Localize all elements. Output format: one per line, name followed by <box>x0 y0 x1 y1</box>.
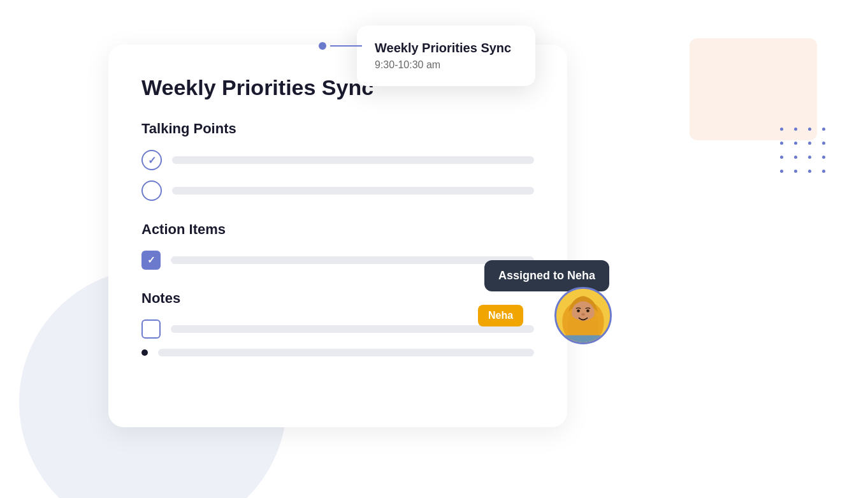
background-peach <box>690 38 817 140</box>
checkbox-empty-square[interactable] <box>141 319 161 339</box>
notes-heading: Notes <box>141 290 534 307</box>
assigned-tooltip: Assigned to Neha <box>484 260 609 291</box>
dot <box>822 156 825 159</box>
indicator-line <box>330 45 362 47</box>
svg-point-6 <box>586 309 590 312</box>
dot <box>794 142 797 145</box>
dot <box>794 156 797 159</box>
calendar-popup-time: 9:30-10:30 am <box>375 59 517 71</box>
action-item-line-1 <box>171 256 534 264</box>
dot <box>794 170 797 173</box>
talking-points-section: Talking Points <box>141 121 534 201</box>
dot <box>780 170 783 173</box>
dot <box>794 128 797 131</box>
talking-points-heading: Talking Points <box>141 121 534 137</box>
main-card: Weekly Priorities Sync Talking Points Ac… <box>108 45 567 427</box>
notes-line-1 <box>171 325 534 333</box>
checkbox-checked-circle-1[interactable] <box>141 150 162 170</box>
calendar-popup-title: Weekly Priorities Sync <box>375 41 517 55</box>
action-items-heading: Action Items <box>141 221 534 238</box>
dot <box>808 128 811 131</box>
dot <box>822 170 825 173</box>
notes-line-2 <box>158 349 534 356</box>
notes-item-1 <box>141 319 534 339</box>
svg-point-7 <box>581 313 585 316</box>
avatar <box>554 287 612 344</box>
dot <box>780 142 783 145</box>
dot-grid-decoration <box>780 128 830 177</box>
talking-point-item-2 <box>141 180 534 201</box>
checkbox-unchecked-circle-2[interactable] <box>141 180 162 201</box>
dot <box>808 170 811 173</box>
indicator-dot <box>319 42 326 50</box>
action-item-1 <box>141 251 534 270</box>
dot <box>780 156 783 159</box>
avatar-image <box>556 289 610 342</box>
talking-point-line-1 <box>172 156 534 164</box>
dot <box>780 128 783 131</box>
dot <box>822 142 825 145</box>
talking-point-line-2 <box>172 187 534 194</box>
neha-tag: Neha <box>478 305 523 326</box>
svg-point-5 <box>577 309 580 312</box>
action-items-section: Action Items <box>141 221 534 270</box>
bullet-point <box>141 349 148 356</box>
svg-rect-8 <box>561 335 605 342</box>
checkbox-checked-square-1[interactable] <box>141 251 161 270</box>
notes-section: Notes <box>141 290 534 356</box>
dot <box>808 142 811 145</box>
dot <box>808 156 811 159</box>
calendar-popup: Weekly Priorities Sync 9:30-10:30 am <box>357 26 535 86</box>
dot <box>822 128 825 131</box>
notes-item-2 <box>141 349 534 356</box>
calendar-indicator <box>319 42 362 50</box>
talking-point-item-1 <box>141 150 534 170</box>
